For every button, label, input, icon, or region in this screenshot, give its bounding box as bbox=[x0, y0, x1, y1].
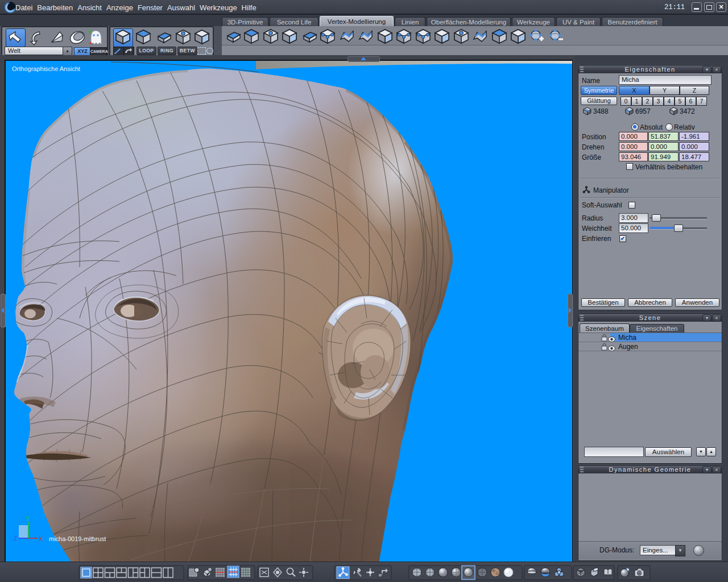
svg-text:Y: Y bbox=[26, 516, 30, 522]
svg-text:X: X bbox=[39, 536, 43, 542]
svg-text:Orthographische Ansicht: Orthographische Ansicht bbox=[12, 65, 80, 72]
svg-text:Z: Z bbox=[14, 535, 17, 542]
svg-text:micha-0019-mitbrust: micha-0019-mitbrust bbox=[49, 535, 106, 542]
